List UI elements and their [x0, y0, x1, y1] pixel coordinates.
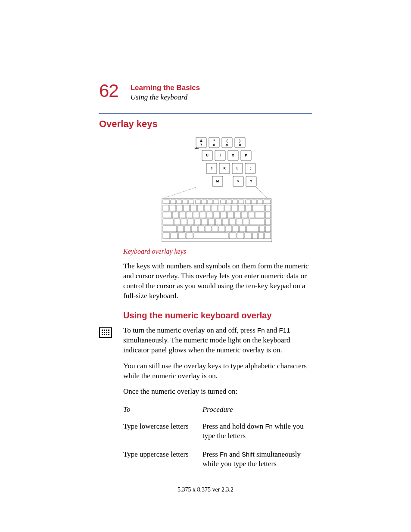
svg-rect-86 — [174, 219, 180, 225]
page-number: 62 — [99, 82, 118, 100]
svg-rect-114 — [171, 233, 177, 239]
keyboard-diagram-icon: &7 *8 (9 )0 Home U I O P J K L — [162, 136, 274, 243]
svg-rect-45 — [208, 200, 213, 204]
svg-rect-110 — [246, 226, 258, 232]
svg-rect-69 — [265, 205, 271, 211]
table-row: Type uppercase letters Press Fn and Shif… — [123, 449, 312, 476]
svg-rect-50 — [239, 200, 244, 204]
table-cell-to: Type lowercase letters — [123, 421, 202, 448]
table-header-procedure: Procedure — [202, 403, 312, 421]
svg-rect-61 — [204, 205, 210, 211]
svg-rect-91 — [209, 219, 215, 225]
svg-rect-107 — [226, 226, 232, 232]
paragraph-overlay-description: The keys with numbers and symbols on the… — [123, 261, 312, 301]
svg-text:U: U — [206, 154, 208, 157]
svg-text:8: 8 — [213, 143, 215, 146]
paragraph-alpha-while-overlay: You can still use the overlay keys to ty… — [123, 361, 312, 381]
svg-text:;: ; — [250, 167, 251, 170]
figure-caption: Keyboard overlay keys — [123, 248, 312, 255]
svg-rect-83 — [255, 212, 265, 218]
svg-rect-99 — [163, 226, 177, 232]
svg-rect-88 — [188, 219, 194, 225]
svg-rect-73 — [186, 212, 192, 218]
procedure-table: To Procedure Type lowercase letters Pres… — [123, 403, 312, 476]
svg-line-35 — [164, 187, 196, 198]
paragraph-once-on: Once the numeric overlay is turned on: — [123, 387, 312, 397]
svg-rect-46 — [214, 200, 219, 204]
svg-rect-90 — [202, 219, 208, 225]
key-fn: Fn — [257, 327, 265, 334]
svg-rect-63 — [218, 205, 224, 211]
svg-rect-74 — [193, 212, 199, 218]
svg-rect-89 — [195, 219, 201, 225]
svg-rect-95 — [236, 219, 242, 225]
svg-rect-55 — [163, 205, 169, 211]
svg-rect-47 — [221, 200, 226, 204]
svg-rect-121 — [252, 233, 258, 239]
svg-rect-54 — [264, 200, 271, 204]
svg-rect-58 — [184, 205, 190, 211]
svg-text:K: K — [224, 167, 226, 170]
svg-rect-113 — [163, 233, 170, 239]
svg-rect-84 — [265, 212, 271, 218]
svg-rect-71 — [172, 212, 178, 218]
svg-rect-115 — [178, 233, 185, 239]
svg-rect-68 — [252, 205, 265, 211]
svg-text:7: 7 — [200, 143, 202, 146]
svg-rect-67 — [246, 205, 252, 211]
table-cell-procedure: Press and hold down Fn while you type th… — [202, 421, 312, 448]
svg-rect-85 — [163, 219, 173, 225]
svg-text:0: 0 — [239, 143, 241, 146]
svg-rect-64 — [225, 205, 231, 211]
svg-rect-41 — [183, 200, 188, 204]
svg-rect-92 — [215, 219, 221, 225]
svg-text:O: O — [232, 154, 234, 157]
svg-text:?: ? — [250, 180, 252, 183]
page-footer: 5.375 x 8.375 ver 2.3.2 — [0, 486, 411, 493]
svg-rect-39 — [171, 200, 176, 204]
svg-rect-62 — [211, 205, 217, 211]
svg-rect-44 — [202, 200, 207, 204]
horizontal-rule — [99, 113, 312, 114]
keypad-icon — [99, 327, 112, 338]
svg-text:9: 9 — [226, 143, 228, 146]
svg-rect-76 — [207, 212, 213, 218]
chapter-title: Learning the Basics — [131, 84, 200, 92]
svg-rect-100 — [177, 226, 184, 232]
svg-rect-96 — [243, 219, 249, 225]
svg-rect-38 — [163, 200, 170, 204]
svg-rect-87 — [181, 219, 187, 225]
svg-rect-57 — [177, 205, 183, 211]
svg-text:&: & — [200, 139, 202, 142]
svg-rect-48 — [227, 200, 232, 204]
svg-rect-43 — [196, 200, 201, 204]
svg-rect-72 — [179, 212, 185, 218]
svg-rect-122 — [258, 233, 264, 239]
svg-rect-120 — [245, 233, 252, 239]
svg-rect-97 — [250, 219, 265, 225]
svg-rect-118 — [229, 233, 236, 239]
svg-text:M: M — [216, 180, 219, 183]
svg-rect-111 — [259, 226, 265, 232]
svg-rect-101 — [184, 226, 190, 232]
svg-text:Home: Home — [194, 147, 199, 149]
svg-rect-70 — [163, 212, 171, 218]
svg-rect-119 — [237, 233, 244, 239]
svg-text:J: J — [211, 167, 212, 170]
svg-rect-51 — [246, 200, 251, 204]
page-header: 62 Learning the Basics Using the keyboar… — [99, 82, 312, 102]
heading-numeric-overlay: Using the numeric keyboard overlay — [123, 311, 312, 320]
table-cell-procedure: Press Fn and Shift simultaneously while … — [202, 449, 312, 476]
svg-rect-65 — [232, 205, 238, 211]
svg-rect-66 — [239, 205, 245, 211]
svg-text:P: P — [245, 154, 247, 157]
svg-rect-79 — [227, 212, 234, 218]
svg-rect-49 — [233, 200, 238, 204]
svg-rect-105 — [212, 226, 218, 232]
svg-rect-78 — [221, 212, 227, 218]
svg-rect-53 — [258, 200, 263, 204]
svg-rect-109 — [240, 226, 246, 232]
svg-rect-80 — [234, 212, 240, 218]
svg-rect-42 — [189, 200, 194, 204]
svg-rect-103 — [198, 226, 204, 232]
